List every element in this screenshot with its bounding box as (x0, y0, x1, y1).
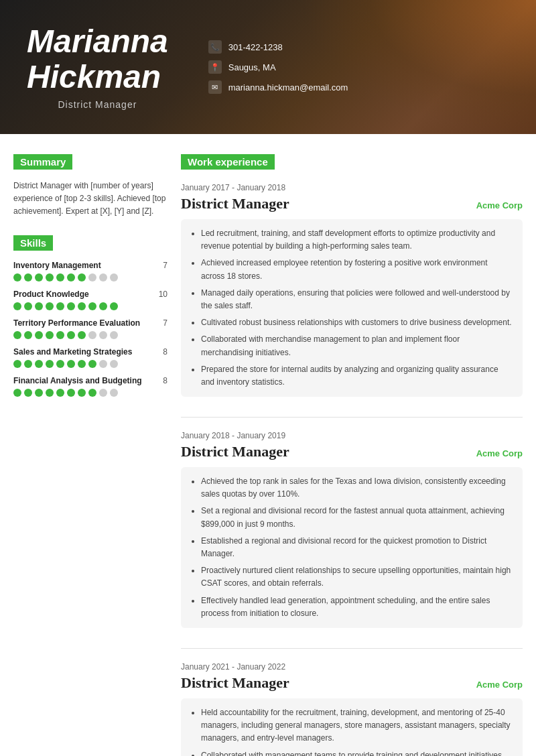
skill-dot (78, 360, 86, 368)
skill-dots (13, 273, 168, 281)
candidate-title: District Manager (27, 99, 168, 110)
skill-dot (35, 302, 43, 310)
job-bullet: Collaborated with merchandise management… (201, 333, 512, 359)
skill-dot (99, 273, 107, 281)
location-icon: 📍 (208, 60, 222, 74)
job-entry: January 2017 - January 2018 District Man… (181, 183, 523, 397)
job-bullet: Held accountability for the recruitment,… (201, 706, 512, 745)
skills-section-title: Skills (13, 235, 53, 251)
job-entry: January 2021 - January 2022 District Man… (181, 662, 523, 756)
email-text: marianna.hickman@email.com (228, 82, 348, 92)
job-header: District Manager Acme Corp (181, 443, 523, 460)
job-bullet: Established a regional and divisional re… (201, 535, 512, 560)
job-bullet: Proactively nurtured client relationship… (201, 564, 512, 590)
skill-dot (46, 331, 54, 339)
skill-header: Financial Analysis and Budgeting 8 (13, 376, 168, 385)
skill-dot (56, 331, 64, 339)
skill-name: Territory Performance Evaluation (13, 318, 140, 328)
job-header: District Manager Acme Corp (181, 195, 523, 212)
skill-dot (13, 273, 21, 281)
skill-dot (13, 302, 21, 310)
skill-name: Financial Analysis and Budgeting (13, 376, 142, 385)
job-bullet: Effectively handled lead generation, app… (201, 594, 512, 620)
skill-item: Inventory Management 7 (13, 261, 168, 281)
skill-dot (35, 360, 43, 368)
job-company: Acme Corp (476, 680, 523, 690)
skill-item: Financial Analysis and Budgeting 8 (13, 376, 168, 397)
job-title: District Manager (181, 674, 289, 692)
skill-score: 7 (163, 318, 168, 328)
skill-dot (67, 273, 75, 281)
name-line2: Hickman (27, 59, 161, 94)
skill-dot (24, 389, 32, 397)
skill-dot (46, 360, 54, 368)
skills-list: Inventory Management 7 Product Knowledge… (13, 261, 168, 397)
job-bullet: Achieved increased employee retention by… (201, 257, 512, 282)
name-section: Marianna Hickman District Manager (27, 24, 168, 110)
job-header: District Manager Acme Corp (181, 674, 523, 692)
skill-score: 8 (163, 347, 168, 357)
skill-score: 8 (163, 376, 168, 385)
skill-dot (110, 302, 118, 310)
skill-dot (67, 331, 75, 339)
work-section-title: Work experience (181, 154, 275, 170)
job-bullet: Cultivated robust business relationships… (201, 316, 512, 329)
skills-section: Skills Inventory Management 7 Product Kn… (13, 235, 168, 397)
job-title: District Manager (181, 443, 289, 460)
skill-dot (46, 389, 54, 397)
job-bullet: Collaborated with management teams to pr… (201, 749, 512, 757)
skill-name: Inventory Management (13, 261, 101, 270)
skill-dot (13, 331, 21, 339)
right-column: Work experience January 2017 - January 2… (181, 154, 523, 756)
skill-header: Inventory Management 7 (13, 261, 168, 270)
skill-dot (78, 273, 86, 281)
skill-dot (24, 360, 32, 368)
skill-dot (13, 389, 21, 397)
skill-dot (88, 273, 96, 281)
resume-header: Marianna Hickman District Manager 📞 301-… (0, 0, 536, 134)
email-icon: ✉ (208, 80, 222, 94)
skill-score: 7 (163, 261, 168, 270)
phone-number: 301-422-1238 (228, 42, 283, 52)
skill-dot (110, 273, 118, 281)
skill-dot (56, 273, 64, 281)
skill-dot (24, 302, 32, 310)
skill-dot (46, 302, 54, 310)
main-content: Summary District Manager with [number of… (0, 134, 536, 756)
skill-dot (24, 331, 32, 339)
skill-header: Product Knowledge 10 (13, 290, 168, 299)
section-divider (181, 648, 523, 649)
job-date: January 2017 - January 2018 (181, 183, 523, 192)
skill-dot (88, 360, 96, 368)
job-bullet: Set a regional and divisional record for… (201, 505, 512, 530)
skill-dot (35, 389, 43, 397)
skill-dot (110, 389, 118, 397)
skill-dot (110, 360, 118, 368)
skill-dot (67, 360, 75, 368)
skill-dots (13, 302, 168, 310)
skill-dot (56, 389, 64, 397)
skill-dot (99, 360, 107, 368)
skill-dot (78, 331, 86, 339)
job-date: January 2021 - January 2022 (181, 662, 523, 672)
contact-section: 📞 301-422-1238 📍 Saugus, MA ✉ marianna.h… (208, 40, 348, 94)
skill-dot (99, 389, 107, 397)
skill-dot (56, 360, 64, 368)
skill-dot (88, 389, 96, 397)
phone-contact: 📞 301-422-1238 (208, 40, 348, 54)
section-divider (181, 417, 523, 418)
skill-dot (110, 331, 118, 339)
job-bullets: Led recruitment, training, and staff dev… (181, 219, 523, 397)
job-bullet: Managed daily operations, ensuring that … (201, 287, 512, 312)
skill-dot (67, 389, 75, 397)
summary-section-title: Summary (13, 154, 72, 170)
skill-header: Sales and Marketing Strategies 8 (13, 347, 168, 357)
skill-name: Product Knowledge (13, 290, 89, 299)
job-entry: January 2018 - January 2019 District Man… (181, 431, 523, 628)
job-date: January 2018 - January 2019 (181, 431, 523, 440)
candidate-name: Marianna Hickman (27, 24, 168, 95)
skill-dot (46, 273, 54, 281)
skill-dot (35, 273, 43, 281)
skill-dot (78, 302, 86, 310)
skill-item: Sales and Marketing Strategies 8 (13, 347, 168, 368)
